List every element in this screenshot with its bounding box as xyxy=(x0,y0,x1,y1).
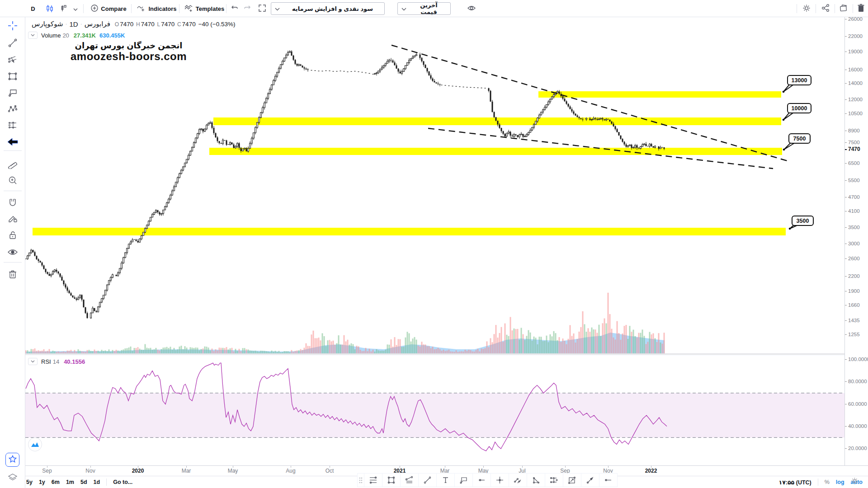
shapes-tool-button[interactable] xyxy=(6,70,19,84)
volume-title: Volume xyxy=(41,32,61,39)
price-tick: 1255 xyxy=(845,332,860,337)
fav-horizontal-line-button[interactable] xyxy=(599,473,617,487)
measure-tool-button[interactable] xyxy=(6,158,19,172)
divider xyxy=(106,479,107,486)
fav-fib-channel-button[interactable] xyxy=(400,473,418,487)
drag-handle[interactable] xyxy=(358,473,364,487)
fav-arrow-button[interactable] xyxy=(581,473,599,487)
symbol-legend[interactable]: شوکوپارس · 1D · فرابورس O7470 H7470 L747… xyxy=(32,20,235,28)
ohlc-values: O7470 H7470 L7470 C7470 xyxy=(115,21,197,28)
rsi-pane[interactable] xyxy=(25,356,844,465)
favorites-star-button[interactable] xyxy=(5,453,19,467)
templates-button[interactable]: Templates xyxy=(183,0,226,17)
visibility-button[interactable] xyxy=(465,0,478,17)
forecast-icon xyxy=(8,120,18,132)
fav-rectangle-button[interactable] xyxy=(382,473,400,487)
xabcd-pattern-icon xyxy=(8,104,18,116)
lock-drawings-button[interactable] xyxy=(6,230,19,243)
range-1m-button[interactable]: 1m xyxy=(66,479,74,485)
price-axis[interactable]: 7470 26000220001900016000140001200010500… xyxy=(844,17,868,465)
range-1d-button[interactable]: 1d xyxy=(94,479,100,485)
timezone-button[interactable]: ۱۷:۵۵ (UTC) xyxy=(779,479,811,486)
fav-trend-line-button[interactable] xyxy=(418,473,436,487)
zoom-in-tool-button[interactable] xyxy=(6,174,19,188)
remove-drawings-button[interactable] xyxy=(6,268,19,282)
rsi-collapse-button[interactable] xyxy=(28,358,38,365)
range-5d-button[interactable]: 5d xyxy=(80,479,87,485)
price-tick: 40.0000 xyxy=(845,423,867,429)
annotation-tool-button[interactable] xyxy=(6,87,19,100)
price-tick: 60.0000 xyxy=(845,401,867,407)
prediction-tool-button[interactable] xyxy=(6,119,19,133)
range-6m-button[interactable]: 6m xyxy=(52,479,60,485)
indicators-button[interactable]: Indicators xyxy=(135,0,179,17)
redo-button[interactable] xyxy=(241,0,253,17)
trend-line-tool-button[interactable] xyxy=(6,37,19,51)
drawing-toolbar xyxy=(0,17,25,488)
toolbar-divider xyxy=(131,4,132,13)
range-1y-button[interactable]: 1y xyxy=(39,479,45,485)
fav-callout-button[interactable] xyxy=(454,473,472,487)
object-tree-button[interactable] xyxy=(6,472,19,485)
main-chart-pane[interactable]: 130001000075003500 xyxy=(25,17,844,354)
hide-drawings-button[interactable] xyxy=(6,246,19,260)
log-scale-button[interactable]: log xyxy=(836,479,844,485)
fav-horizontal-ray-button[interactable] xyxy=(472,473,491,487)
pattern-tool-button[interactable] xyxy=(6,103,19,117)
time-label: Sep xyxy=(42,468,52,474)
pane-separator[interactable] xyxy=(25,354,868,354)
bar-style-button[interactable] xyxy=(57,0,70,17)
drawing-mode-button[interactable] xyxy=(6,213,19,226)
share-button[interactable] xyxy=(818,0,833,17)
symbol-interval: 1D xyxy=(70,20,78,28)
range-5y-button[interactable]: 5y xyxy=(26,479,33,485)
magnet-mode-button[interactable] xyxy=(6,197,19,210)
trash-icon xyxy=(857,4,865,14)
fullscreen-icon xyxy=(258,4,266,14)
chevron-down-icon xyxy=(401,5,406,12)
fav-text-button[interactable] xyxy=(436,473,454,487)
adjustment-dropdown[interactable]: سود نقدی و افزایش سرمایه xyxy=(271,2,385,15)
candles-style-button[interactable] xyxy=(43,0,56,17)
layout-manage-button[interactable] xyxy=(836,0,851,17)
tradingview-logo[interactable] xyxy=(28,437,42,451)
range-buttons: 5y 1y 6m 1m 5d 1d Go to... xyxy=(26,476,132,488)
fullscreen-button[interactable] xyxy=(256,0,269,17)
price-tick: 2200 xyxy=(845,273,860,279)
share-icon xyxy=(821,4,830,14)
fav-parallel-channel-button[interactable] xyxy=(509,473,527,487)
gann-fib-tool-button[interactable] xyxy=(6,54,19,68)
fav-fib-retracement-button[interactable] xyxy=(364,473,382,487)
svg-text:13000: 13000 xyxy=(792,77,807,84)
undo-button[interactable] xyxy=(229,0,241,17)
axis-settings-button[interactable] xyxy=(851,477,859,487)
settings-button[interactable] xyxy=(799,0,814,17)
watermark: انجمن خبرگان بورس تهران amoozesh-boors.c… xyxy=(71,42,187,62)
goto-button[interactable]: Go to... xyxy=(113,479,132,485)
percent-scale-button[interactable]: % xyxy=(825,479,830,485)
delete-layout-button[interactable] xyxy=(854,0,867,17)
rsi-legend[interactable]: RSI 14 40.1556 xyxy=(28,358,85,365)
time-label: 2020 xyxy=(132,468,144,474)
volume-collapse-button[interactable] xyxy=(28,32,38,39)
compare-button[interactable]: Compare xyxy=(87,0,130,17)
toolbar-divider xyxy=(816,4,816,13)
time-label: Oct xyxy=(326,468,334,474)
fav-date-range-button[interactable] xyxy=(545,473,563,487)
style-menu-chevron[interactable] xyxy=(71,0,80,17)
chart-application: D Compare Indicators Templates xyxy=(0,0,868,488)
fav-date-price-range-button[interactable] xyxy=(563,473,581,487)
price-mode-dropdown-label: آخرین قیمت xyxy=(410,2,450,15)
crosshair-tool-button[interactable] xyxy=(6,20,19,33)
price-mode-dropdown[interactable]: آخرین قیمت xyxy=(397,2,451,15)
price-tick: 100.0000 xyxy=(845,357,868,362)
top-toolbar: D Compare Indicators Templates xyxy=(0,0,868,17)
fav-triangle-button[interactable] xyxy=(527,473,545,487)
fav-cross-line-button[interactable] xyxy=(491,473,509,487)
interval-button[interactable]: D xyxy=(26,0,40,17)
magnet-icon xyxy=(8,197,18,209)
volume-legend[interactable]: Volume 20 27.341K 630.455K xyxy=(28,32,125,39)
chevron-down-icon xyxy=(73,5,78,12)
rsi-chart-canvas xyxy=(25,356,844,465)
arrow-marker-tool-button[interactable] xyxy=(6,136,19,150)
